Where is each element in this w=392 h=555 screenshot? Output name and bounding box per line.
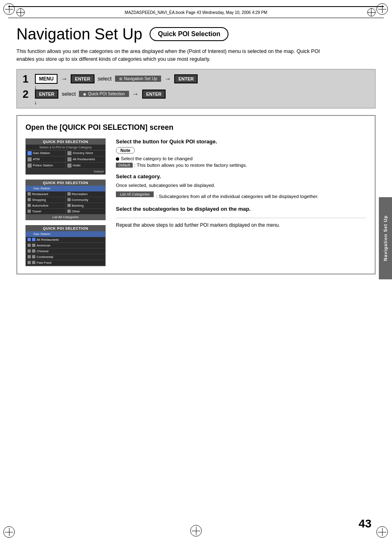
screen3-title: QUICK POI SELECTION [26, 226, 105, 231]
cat-row-1: Restaurant Recreation [26, 191, 105, 197]
step-2-inner: ENTER select ◉ Quick POI Selection → ENT… [35, 90, 166, 99]
note-bullet2: Default : This button allows you to rest… [116, 163, 367, 168]
screen1-row2: ATM All Restaurants [26, 157, 105, 163]
sub-chinese-label: Chinese [37, 249, 48, 253]
quick-poi-label: Quick POI Selection [88, 92, 125, 96]
nav-icon: ⊞ [119, 77, 122, 81]
sub-fastfood-label: Fast Food [37, 261, 51, 265]
police-icon [28, 164, 32, 168]
community-icon [67, 198, 71, 201]
enter-button-2: ENTER [35, 90, 58, 99]
step-1-inner: MENU → ENTER select ⊞ Navigation Set Up … [35, 74, 198, 84]
instruction-title: Open the [QUICK POI SELECTION] screen [25, 123, 367, 132]
recreation-label: Recreation [72, 192, 88, 196]
check-all-icon2 [32, 238, 35, 241]
check-american-icon2 [32, 244, 35, 247]
cat-shopping: Shopping [26, 197, 66, 203]
enter-button-1: ENTER [71, 74, 94, 83]
list-all-bar: List All Categories [26, 214, 105, 220]
automotive-label: Automotive [32, 204, 48, 207]
screen1-cell-hotel: Hotel [66, 163, 105, 168]
restaurants-icon [67, 157, 71, 161]
corner-mark-tl [3, 3, 16, 16]
corner-mark-tr [376, 3, 389, 16]
screen3-header: Gas Station [26, 231, 105, 237]
default-badge: Default [116, 163, 133, 168]
automotive-icon [28, 204, 31, 207]
screen2-header-icon [28, 187, 32, 191]
sidebar-tab: Navigation Set Up [379, 197, 392, 279]
hotel-label: Hotel [73, 164, 81, 167]
screen1-cell-atm: ATM [26, 157, 66, 162]
section2-heading: Select a category. [116, 173, 367, 180]
screen1-cell-gasstation: Gas Station [26, 150, 66, 156]
screen1-cell-restaurants: All Restaurants [66, 157, 105, 162]
gas-icon [28, 151, 32, 155]
instruction-box: Open the [QUICK POI SELECTION] screen QU… [16, 115, 376, 274]
section1-heading: Select the button for Quick POI storage. [116, 138, 367, 145]
screen1-cell-police: Police Station [26, 163, 66, 168]
screen2-title: QUICK POI SELECTION [26, 180, 105, 186]
sub-all-label: All Restaurants [37, 238, 59, 242]
screen1-subtitle: Select a G-POI to Change Category [26, 145, 105, 150]
arrow-1b: → [164, 75, 171, 83]
check-continental-icon2 [32, 255, 35, 258]
columns: QUICK POI SELECTION Select a G-POI to Ch… [25, 138, 367, 266]
sub-row-chinese: Chinese [26, 249, 105, 254]
shopping-icon [28, 198, 31, 201]
check-american-icon [28, 244, 31, 247]
header-crosshair-right [367, 8, 376, 16]
atm-icon [28, 157, 32, 161]
check-continental-icon [28, 255, 31, 258]
list-all-note: : Subcategories from all of the individu… [156, 193, 318, 200]
section3-spacing: Select the subcategories to be displayed… [116, 206, 367, 212]
arrow-2: → [132, 90, 139, 98]
note-label: Note [116, 147, 135, 154]
other-icon [67, 210, 71, 213]
left-screens: QUICK POI SELECTION Select a G-POI to Ch… [25, 138, 108, 266]
cat-row-2: Shopping Community [26, 197, 105, 203]
check-fastfood-icon2 [32, 261, 35, 264]
enter-button-2b: ENTER [142, 90, 166, 99]
screen3-header-text: Gas Station [33, 232, 51, 236]
step-1-row: 1 MENU → ENTER select ⊞ Navigation Set U… [23, 74, 369, 84]
cat-community: Community [66, 197, 106, 203]
grocery-icon [67, 151, 71, 155]
cat-row-4: Travel Other [26, 209, 105, 214]
header-bar: MAZDASPEED6_NAVI_EA.book Page 43 Wednesd… [8, 6, 384, 18]
nav-set-up-label: Navigation Set Up [124, 76, 157, 81]
banking-icon [67, 204, 71, 207]
sub-american-label: American [37, 244, 51, 247]
screen3-header-icon [28, 232, 32, 236]
other-label: Other [72, 210, 80, 213]
screen1-cell-grocery: Grocery Store [66, 150, 105, 156]
main-content: Navigation Set Up Quick POI Selection Th… [16, 26, 376, 274]
grocery-label: Grocery Store [73, 151, 93, 155]
cat-travel: Travel [26, 209, 66, 214]
travel-label: Travel [32, 210, 41, 213]
step-1-down-arrow: ↓ [23, 86, 369, 89]
sidebar-tab-label: Navigation Set Up [383, 215, 388, 261]
police-label: Police Station [33, 164, 53, 167]
check-chinese-icon2 [32, 249, 35, 253]
community-label: Community [72, 198, 88, 202]
header-crosshair-left [16, 8, 25, 16]
check-all-icon [28, 238, 31, 241]
section3-heading: Select the subcategories to be displayed… [116, 206, 367, 212]
corner-mark-br [376, 526, 389, 539]
sub-continental-label: Continental [37, 255, 53, 259]
cat-automotive: Automotive [26, 203, 66, 208]
quick-poi-select-badge: ◉ Quick POI Selection [79, 91, 129, 97]
sub-row-all: All Restaurants [26, 237, 105, 243]
check-fastfood-icon [28, 261, 31, 264]
menu-button: MENU [35, 74, 58, 84]
header-file-info: MAZDASPEED6_NAVI_EA.book Page 43 Wednesd… [125, 10, 267, 15]
atm-label: ATM [33, 157, 39, 161]
enter-button-1b: ENTER [174, 74, 198, 83]
note-bullet2-text: : This button allows you to restore the … [134, 163, 247, 168]
step-1-number: 1 [23, 74, 31, 84]
step-2-number: 2 [23, 89, 31, 99]
screen-mockup-3: QUICK POI SELECTION Gas Station All Rest… [25, 225, 106, 266]
screen2-selected-header: Gas Station [26, 186, 105, 191]
page-title: Navigation Set Up [16, 26, 142, 42]
